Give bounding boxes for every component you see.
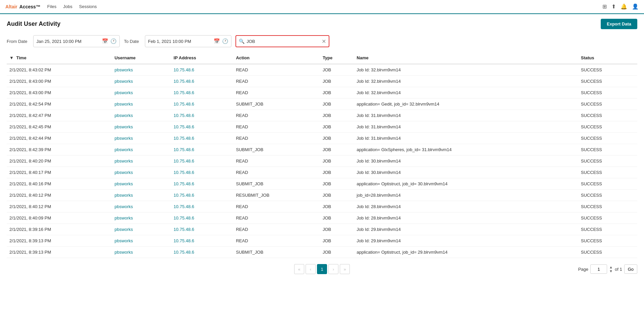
col-header-type[interactable]: Type: [320, 52, 354, 64]
cell-username[interactable]: pbsworks: [112, 224, 171, 235]
nav-jobs[interactable]: Jobs: [63, 4, 72, 9]
page-stepper[interactable]: ▲▼: [609, 265, 613, 273]
cell-ip[interactable]: 10.75.48.6: [171, 121, 233, 133]
grid-icon[interactable]: ⊞: [602, 3, 607, 10]
col-header-name[interactable]: Name: [354, 52, 578, 64]
page-1-button[interactable]: 1: [317, 264, 327, 274]
cell-type: JOB: [320, 167, 354, 178]
cell-action: SUBMIT_JOB: [233, 247, 320, 258]
search-input[interactable]: [247, 39, 320, 44]
col-header-ip[interactable]: IP Address: [171, 52, 233, 64]
table-row: 2/1/2021, 8:39:13 PM pbsworks 10.75.48.6…: [7, 247, 637, 258]
cell-username[interactable]: pbsworks: [112, 178, 171, 190]
cell-username[interactable]: pbsworks: [112, 201, 171, 212]
cell-ip[interactable]: 10.75.48.6: [171, 87, 233, 99]
cell-username[interactable]: pbsworks: [112, 235, 171, 247]
cell-ip[interactable]: 10.75.48.6: [171, 201, 233, 212]
cell-status: SUCCESS: [578, 201, 637, 212]
cell-name: Job Id: 29.blrvm9vm14: [354, 235, 578, 247]
cell-username[interactable]: pbsworks: [112, 121, 171, 133]
cell-name: application= Optistruct, job_id= 29.blrv…: [354, 247, 578, 258]
cell-action: READ: [233, 167, 320, 178]
bell-icon[interactable]: 🔔: [621, 3, 627, 10]
cell-username[interactable]: pbsworks: [112, 76, 171, 87]
page-first-button[interactable]: «: [294, 264, 304, 274]
col-header-time[interactable]: ▼ Time: [7, 52, 112, 64]
cell-action: SUBMIT_JOB: [233, 178, 320, 190]
cell-status: SUCCESS: [578, 144, 637, 155]
cell-action: READ: [233, 110, 320, 121]
cell-ip[interactable]: 10.75.48.6: [171, 167, 233, 178]
nav-sessions[interactable]: Sessions: [79, 4, 97, 9]
cell-username[interactable]: pbsworks: [112, 133, 171, 144]
page-last-button[interactable]: »: [340, 264, 350, 274]
search-wrapper: 🔍 ✕: [235, 35, 329, 47]
to-date-calendar-icon[interactable]: 📅: [214, 38, 220, 44]
activity-table-container: ▼ Time Username IP Address Action Type N…: [0, 52, 644, 258]
cell-ip[interactable]: 10.75.48.6: [171, 235, 233, 247]
cell-username[interactable]: pbsworks: [112, 212, 171, 224]
cell-ip[interactable]: 10.75.48.6: [171, 110, 233, 121]
cell-type: JOB: [320, 235, 354, 247]
cell-username[interactable]: pbsworks: [112, 110, 171, 121]
search-icon: 🔍: [239, 39, 245, 44]
col-header-status[interactable]: Status: [578, 52, 637, 64]
cell-name: Job Id: 32.blrvm9vm14: [354, 64, 578, 76]
export-data-button[interactable]: Export Data: [601, 19, 637, 29]
cell-type: JOB: [320, 87, 354, 99]
from-date-input[interactable]: [36, 39, 100, 44]
cell-username[interactable]: pbsworks: [112, 87, 171, 99]
upload-icon[interactable]: ⬆: [611, 3, 616, 10]
cell-username[interactable]: pbsworks: [112, 64, 171, 76]
cell-type: JOB: [320, 121, 354, 133]
cell-action: SUBMIT_JOB: [233, 99, 320, 110]
cell-status: SUCCESS: [578, 76, 637, 87]
page-number-input[interactable]: [590, 264, 607, 274]
to-date-input[interactable]: [148, 39, 212, 44]
cell-name: application= Optistruct, job_id= 30.blrv…: [354, 178, 578, 190]
go-button[interactable]: Go: [624, 264, 637, 274]
cell-ip[interactable]: 10.75.48.6: [171, 144, 233, 155]
cell-username[interactable]: pbsworks: [112, 190, 171, 201]
search-clear-icon[interactable]: ✕: [322, 38, 326, 45]
cell-ip[interactable]: 10.75.48.6: [171, 64, 233, 76]
nav-files[interactable]: Files: [47, 4, 56, 9]
table-row: 2/1/2021, 8:43:00 PM pbsworks 10.75.48.6…: [7, 76, 637, 87]
cell-username[interactable]: pbsworks: [112, 247, 171, 258]
user-icon[interactable]: 👤: [632, 3, 639, 10]
cell-type: JOB: [320, 64, 354, 76]
nav-icons-group: ⊞ ⬆ 🔔 👤: [602, 3, 639, 10]
cell-username[interactable]: pbsworks: [112, 99, 171, 110]
cell-ip[interactable]: 10.75.48.6: [171, 76, 233, 87]
cell-action: READ: [233, 155, 320, 167]
cell-time: 2/1/2021, 8:42:54 PM: [7, 99, 112, 110]
cell-ip[interactable]: 10.75.48.6: [171, 212, 233, 224]
cell-username[interactable]: pbsworks: [112, 155, 171, 167]
table-row: 2/1/2021, 8:39:13 PM pbsworks 10.75.48.6…: [7, 235, 637, 247]
cell-name: Job Id: 28.blrvm9vm14: [354, 212, 578, 224]
to-date-time-icon[interactable]: 🕐: [222, 38, 228, 44]
from-date-time-icon[interactable]: 🕐: [110, 38, 117, 44]
cell-name: application= Gedit, job_id= 32.blrvm9vm1…: [354, 99, 578, 110]
cell-ip[interactable]: 10.75.48.6: [171, 224, 233, 235]
table-row: 2/1/2021, 8:40:20 PM pbsworks 10.75.48.6…: [7, 155, 637, 167]
cell-ip[interactable]: 10.75.48.6: [171, 133, 233, 144]
altair-logo-text: Altair: [5, 4, 17, 9]
cell-ip[interactable]: 10.75.48.6: [171, 190, 233, 201]
cell-ip[interactable]: 10.75.48.6: [171, 178, 233, 190]
cell-type: JOB: [320, 178, 354, 190]
cell-time: 2/1/2021, 8:43:02 PM: [7, 64, 112, 76]
cell-ip[interactable]: 10.75.48.6: [171, 247, 233, 258]
from-date-input-wrapper: 📅 🕐: [33, 35, 120, 47]
cell-ip[interactable]: 10.75.48.6: [171, 99, 233, 110]
col-header-action[interactable]: Action: [233, 52, 320, 64]
cell-ip[interactable]: 10.75.48.6: [171, 155, 233, 167]
from-date-calendar-icon[interactable]: 📅: [102, 38, 108, 44]
cell-username[interactable]: pbsworks: [112, 144, 171, 155]
col-header-username[interactable]: Username: [112, 52, 171, 64]
cell-type: JOB: [320, 110, 354, 121]
cell-username[interactable]: pbsworks: [112, 167, 171, 178]
page-next-button[interactable]: ›: [328, 264, 338, 274]
sort-arrow-time: ▼: [9, 55, 14, 60]
page-prev-button[interactable]: ‹: [306, 264, 316, 274]
